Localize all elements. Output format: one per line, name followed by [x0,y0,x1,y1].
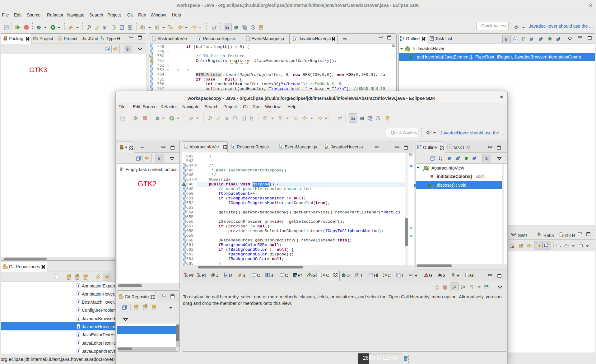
svg-text:A: A [427,165,429,168]
svg-text:S: S [541,37,543,39]
svg-text:C: C [425,167,427,170]
svg-text:i: i [454,273,455,275]
svg-text:J: J [77,350,79,353]
svg-text:GIT: GIT [135,308,137,310]
svg-text:J: J [227,26,229,30]
svg-text:*: * [168,25,170,28]
svg-text:L: L [475,156,477,158]
svg-text:J: J [77,292,79,296]
svg-text:z: z [524,39,525,41]
svg-text:¶: ¶ [251,116,253,120]
svg-text:J: J [153,37,155,41]
svg-text:P: P [210,117,211,119]
svg-text:GIT: GIT [4,267,6,268]
svg-text:J: J [77,325,79,329]
svg-text:66: 66 [409,273,413,277]
svg-text:J: J [198,37,200,41]
svg-text:GIT: GIT [119,297,122,298]
svg-text:J: J [353,117,355,121]
svg-text:GIT: GIT [386,119,389,120]
svg-text:z: z [441,159,442,161]
svg-text:¶: ¶ [129,26,131,29]
svg-text:!: ! [325,147,326,149]
svg-text:!: ! [405,49,406,51]
svg-text:J: J [280,145,282,148]
svg-text:GIT: GIT [153,308,155,310]
svg-text:GIT: GIT [76,278,78,279]
svg-text:i: i [540,233,541,235]
svg-text:i: i [423,169,424,171]
svg-text:J: J [77,301,79,304]
svg-text:C: C [371,118,372,120]
svg-text:!: ! [293,40,294,41]
svg-text:a: a [524,37,525,39]
svg-text:J: J [185,145,187,148]
svg-text:S: S [412,54,414,57]
svg-text:GIT: GIT [144,308,147,310]
svg-text:J: J [77,333,79,337]
svg-text:*: * [293,116,295,119]
svg-text:a: a [441,156,442,158]
svg-text:J: J [77,342,79,345]
svg-text:S: S [459,156,460,158]
svg-text:J: J [77,284,79,288]
svg-text:J: J [247,37,249,41]
svg-text:P: P [89,26,90,28]
svg-text:GIT: GIT [68,278,70,279]
svg-text:J: J [77,317,79,320]
svg-text:GIT: GIT [84,278,87,279]
svg-text:J: J [232,145,234,148]
svg-text:J: J [82,36,84,41]
svg-text:C: C [245,27,247,30]
svg-text:u: u [84,37,86,40]
svg-text:L: L [559,37,561,39]
svg-text:GIT: GIT [260,28,262,30]
svg-text:J: J [77,309,79,312]
